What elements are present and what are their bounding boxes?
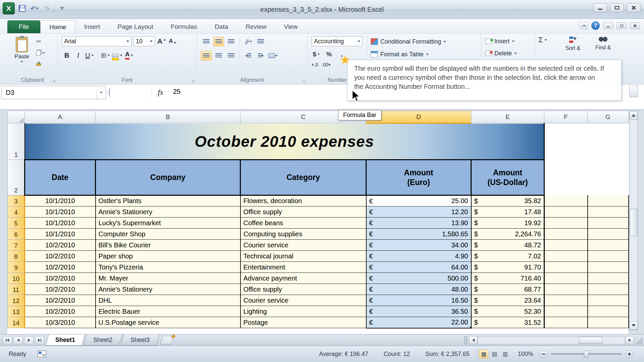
row-header-3[interactable]: 3: [8, 195, 25, 206]
scroll-down-button[interactable]: [630, 321, 638, 330]
header-cell-date[interactable]: Date: [25, 160, 96, 195]
cell-C8[interactable]: Technical journal: [240, 251, 366, 262]
formula-bar-gripper[interactable]: [109, 87, 113, 98]
cell-G2[interactable]: [588, 160, 629, 195]
column-header-B[interactable]: B: [96, 111, 240, 123]
next-sheet-button[interactable]: [24, 336, 34, 344]
sort-filter-button[interactable]: Sort &: [558, 36, 587, 51]
cell-D8[interactable]: €4.90: [366, 251, 471, 262]
vertical-scrollbar-thumb[interactable]: [630, 209, 637, 236]
orientation-button[interactable]: ab: [243, 37, 254, 46]
insert-worksheet-button[interactable]: [160, 336, 174, 345]
cell-C7[interactable]: Courier service: [240, 240, 366, 251]
row-header-1[interactable]: 1: [8, 123, 25, 160]
cell-B5[interactable]: Lucky's Supermarket: [96, 218, 240, 229]
cell-E4[interactable]: $17.48: [471, 206, 544, 218]
first-sheet-button[interactable]: [3, 336, 12, 344]
cell-A12[interactable]: 10/2/2010: [25, 295, 96, 306]
cell-C4[interactable]: Office supply: [240, 206, 366, 218]
shrink-font-button[interactable]: A: [168, 38, 177, 45]
name-box[interactable]: D3: [1, 86, 106, 99]
cell-F6[interactable]: [544, 229, 588, 240]
tab-insert[interactable]: Insert: [75, 20, 109, 33]
horizontal-scrollbar[interactable]: [478, 336, 625, 344]
zoom-slider-thumb[interactable]: [584, 351, 589, 357]
paste-button[interactable]: Paste: [11, 36, 33, 74]
restore-button[interactable]: [610, 3, 624, 12]
cell-G14[interactable]: [588, 317, 629, 328]
zoom-out-button[interactable]: [540, 350, 547, 358]
font-dialog-launcher[interactable]: ↘: [192, 79, 195, 83]
tab-home[interactable]: Home: [40, 20, 75, 33]
cell-B9[interactable]: Tony's Pizzeria: [96, 262, 240, 273]
cell-A5[interactable]: 10/1/2010: [25, 218, 96, 229]
cell-F5[interactable]: [544, 218, 588, 229]
cell-B12[interactable]: DHL: [96, 295, 240, 306]
cell-D5[interactable]: €13.90: [366, 218, 471, 229]
font-size-select[interactable]: 10: [133, 36, 155, 46]
cell-B14[interactable]: U.S.Postage service: [96, 317, 240, 328]
row-header-14[interactable]: 14: [8, 317, 25, 328]
cell-G12[interactable]: [588, 295, 629, 306]
row-header-9[interactable]: 9: [8, 262, 25, 273]
header-cell-company[interactable]: Company: [96, 160, 240, 195]
cell-E8[interactable]: $7.02: [471, 251, 544, 262]
cell-E3[interactable]: $35.82: [471, 195, 544, 206]
cell-E13[interactable]: $52.30: [471, 306, 544, 317]
row-header-7[interactable]: 7: [8, 240, 25, 251]
insert-function-button[interactable]: fx: [152, 86, 169, 99]
cell-B10[interactable]: Mr. Mayer: [96, 273, 240, 284]
cell-A6[interactable]: 10/1/2010: [25, 229, 96, 240]
cell-A4[interactable]: 10/1/2010: [25, 206, 96, 218]
column-header-G[interactable]: G: [588, 111, 629, 123]
column-header-A[interactable]: A: [25, 111, 96, 123]
grow-font-button[interactable]: A: [157, 37, 166, 46]
cell-D4[interactable]: €12.20: [366, 206, 471, 218]
conditional-formatting-button[interactable]: Conditional Formatting: [371, 36, 478, 47]
format-painter-button[interactable]: [36, 60, 45, 68]
clipboard-dialog-launcher[interactable]: ↘: [52, 79, 56, 83]
minimize-button[interactable]: [593, 3, 607, 12]
horizontal-scrollbar-thumb[interactable]: [579, 337, 603, 344]
cell-E9[interactable]: $91.70: [471, 262, 544, 273]
cell-B6[interactable]: Computer Shop: [96, 229, 240, 240]
cell-A10[interactable]: 10/2/2010: [25, 273, 96, 284]
sheet-tab-sheet2[interactable]: Sheet2: [83, 335, 122, 346]
cell-G7[interactable]: [588, 240, 629, 251]
cell-G1[interactable]: [588, 123, 629, 160]
cell-E6[interactable]: $2,264.76: [471, 229, 544, 240]
cell-D12[interactable]: €16.50: [366, 295, 471, 306]
cell-D11[interactable]: €48.00: [366, 284, 471, 295]
row-header-4[interactable]: 4: [8, 206, 25, 218]
alignment-dialog-launcher[interactable]: ↘: [302, 79, 306, 83]
hscroll-right-button[interactable]: [625, 336, 634, 344]
cell-B4[interactable]: Annie's Stationery: [96, 206, 240, 218]
hscroll-left-button[interactable]: [469, 336, 478, 344]
cell-F12[interactable]: [544, 295, 588, 306]
cell-A3[interactable]: 10/1/2010: [25, 195, 96, 206]
close-button[interactable]: [627, 3, 641, 12]
header-cell-amount-usd[interactable]: Amount(US-Dollar): [471, 160, 544, 195]
underline-button[interactable]: U: [85, 50, 95, 60]
cell-B3[interactable]: Ostler's Plants: [96, 195, 240, 206]
paste-dropdown-icon[interactable]: [20, 61, 23, 63]
cut-button[interactable]: ✂: [36, 38, 45, 46]
number-format-select[interactable]: Accounting: [312, 36, 363, 46]
cell-B7[interactable]: Bill's Bike Courier: [96, 240, 240, 251]
font-color-button[interactable]: A: [124, 50, 134, 60]
cell-C12[interactable]: Courier service: [240, 295, 366, 306]
cell-G13[interactable]: [588, 306, 629, 317]
borders-button[interactable]: ⊞: [100, 50, 110, 60]
cell-G11[interactable]: [588, 284, 629, 295]
row-header-2[interactable]: 2: [8, 160, 25, 195]
header-cell-amount-euro[interactable]: Amount(Euro): [366, 160, 471, 195]
copy-button[interactable]: [36, 49, 45, 57]
cell-D6[interactable]: €1,580.65: [366, 229, 471, 240]
align-bottom-button[interactable]: [226, 37, 236, 46]
zoom-slider[interactable]: [551, 353, 622, 355]
vertical-scrollbar[interactable]: [629, 111, 638, 330]
cell-E12[interactable]: $23.64: [471, 295, 544, 306]
cell-G10[interactable]: [588, 273, 629, 284]
cell-C10[interactable]: Advance payment: [240, 273, 366, 284]
find-select-button[interactable]: Find &: [589, 36, 618, 51]
